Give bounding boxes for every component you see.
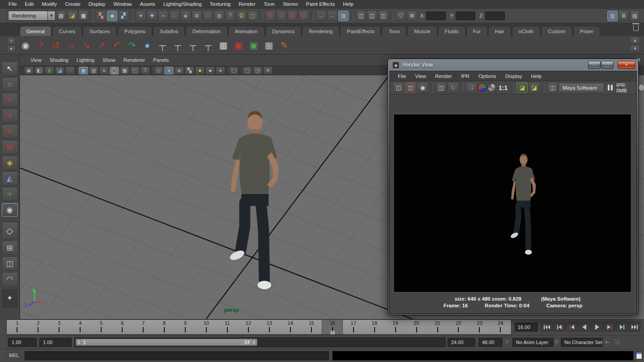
menu-item[interactable]: Assets bbox=[136, 0, 159, 9]
remove-image-icon[interactable]: ◪ bbox=[529, 82, 540, 93]
timeline-frame[interactable]: 5 bbox=[91, 320, 112, 334]
render-settings-icon[interactable]: ◫ bbox=[378, 11, 388, 21]
default-light-icon[interactable]: ● bbox=[195, 67, 205, 74]
redo-previous-render-icon[interactable]: ◫ bbox=[393, 82, 404, 93]
maximize-button[interactable]: □ bbox=[601, 61, 614, 69]
menu-item[interactable]: Stereo bbox=[279, 0, 302, 9]
select-component-icon[interactable]: ▞ bbox=[118, 11, 128, 21]
hypershade-window-icon[interactable]: ▦ bbox=[216, 38, 231, 53]
y-input[interactable] bbox=[456, 12, 475, 20]
lock-icon[interactable]: Ω bbox=[236, 11, 247, 21]
magnet-snap-planes-icon[interactable]: Ω bbox=[299, 11, 309, 21]
shelf-tab[interactable]: Fur bbox=[466, 26, 487, 36]
scale-tool-icon[interactable]: ⊞ bbox=[2, 140, 18, 154]
snap-particle-icon[interactable]: ∷ bbox=[203, 11, 213, 21]
playback-start-field[interactable]: 1.00 bbox=[39, 338, 72, 347]
mel-label[interactable]: MEL bbox=[9, 353, 19, 358]
tool-settings-toggle-icon[interactable]: ≣ bbox=[618, 11, 629, 21]
render-view-menu-item[interactable]: Options bbox=[474, 73, 501, 79]
save-scene-icon[interactable]: ▦ bbox=[78, 11, 89, 21]
animation-start-field[interactable]: 1.00 bbox=[8, 338, 37, 347]
paint-select-tool-icon[interactable]: ✎ bbox=[2, 93, 18, 107]
attribute-editor-toggle-icon[interactable]: ▤ bbox=[630, 11, 640, 21]
step-forward-frame-button[interactable] bbox=[616, 322, 628, 332]
z-input[interactable] bbox=[485, 12, 505, 20]
render-view-menu-item[interactable]: Help bbox=[527, 73, 546, 79]
render-help-icon[interactable]: ? bbox=[33, 38, 48, 53]
ipr-render-icon[interactable]: ◫ bbox=[367, 11, 377, 21]
menu-item[interactable]: Edit bbox=[21, 0, 38, 9]
time-slider-grip[interactable] bbox=[0, 319, 5, 335]
minimize-button[interactable]: – bbox=[588, 61, 601, 69]
anim-layer-field[interactable]: No Anim Layer bbox=[512, 338, 554, 347]
render-flipbook-icon[interactable]: ◉ bbox=[18, 38, 33, 53]
menu-item[interactable]: Render bbox=[235, 0, 260, 9]
render-view-menu-item[interactable]: View bbox=[411, 73, 431, 79]
current-time-field[interactable]: 16.00 bbox=[515, 323, 538, 332]
panel-menu-item[interactable]: Panels bbox=[149, 57, 173, 63]
snap-lattice-icon[interactable]: ⊞ bbox=[192, 11, 202, 21]
shelf-tab[interactable]: Toon bbox=[382, 26, 406, 36]
divider[interactable] bbox=[351, 11, 354, 20]
soft-modification-icon[interactable]: ◭ bbox=[2, 172, 18, 185]
shelf-tab[interactable]: PaintEffects bbox=[340, 26, 381, 36]
single-pane-layout-icon[interactable]: ◇ bbox=[2, 222, 18, 239]
new-scene-icon[interactable]: ▤ bbox=[56, 11, 66, 21]
graph-pane-layout-icon[interactable]: ◠ bbox=[2, 272, 18, 286]
last-tool-icon[interactable]: ◉ bbox=[2, 203, 18, 217]
menu-item[interactable]: Window bbox=[109, 0, 136, 9]
one-to-one-icon[interactable]: 1:1 bbox=[497, 82, 509, 93]
film-gate-icon[interactable]: ▥ bbox=[89, 67, 98, 74]
panel-menu-item[interactable]: Show bbox=[98, 57, 119, 63]
panel-menu-item[interactable]: Renderer bbox=[119, 57, 149, 63]
timeline-frame[interactable]: 15 bbox=[301, 320, 322, 334]
menu-item[interactable]: Lighting/Shading bbox=[159, 0, 206, 9]
render-view-title-bar[interactable]: ◈ Render View – □ × bbox=[388, 59, 638, 71]
shelf-tab[interactable]: Muscle bbox=[407, 26, 437, 36]
render-region-icon[interactable]: ◫ bbox=[405, 82, 416, 93]
snap-flyout-icon[interactable]: ▾ bbox=[136, 11, 146, 21]
pan-zoom-icon[interactable]: ✛ bbox=[65, 67, 75, 74]
snap-curve-icon[interactable]: ≈ bbox=[158, 11, 168, 21]
timeline-frame[interactable]: 2 bbox=[28, 320, 49, 334]
shading-group-node-icon[interactable]: ┬ bbox=[155, 38, 170, 53]
character-model[interactable] bbox=[211, 109, 296, 296]
shelf-scroll-up-icon[interactable]: ▲ bbox=[630, 37, 640, 44]
go-to-end-button[interactable] bbox=[628, 322, 640, 332]
shelf-tab[interactable]: Curves bbox=[52, 26, 82, 36]
step-forward-key-button[interactable] bbox=[603, 322, 615, 332]
open-render-settings-icon[interactable]: ◫ bbox=[547, 82, 558, 93]
animation-end-field[interactable]: 48.00 bbox=[478, 338, 503, 347]
auto-keyframe-icon[interactable]: ● bbox=[613, 338, 622, 346]
refresh-ipr-icon[interactable]: ↻ bbox=[448, 82, 459, 93]
magnet-snap-curves-icon[interactable]: Ω bbox=[276, 11, 286, 21]
shelf-menu-icon[interactable]: ▪ bbox=[7, 38, 16, 45]
shelf-tab[interactable]: Animation bbox=[228, 26, 264, 36]
timeline-frame[interactable]: 23 bbox=[469, 320, 490, 334]
paint-effects-brush-icon[interactable]: ✎ bbox=[277, 38, 292, 53]
set-key-icon[interactable]: ○- bbox=[605, 339, 609, 345]
divider[interactable] bbox=[91, 11, 94, 20]
character-set-flyout-icon[interactable]: ▽ bbox=[555, 340, 558, 344]
shelf-scroll-down-icon[interactable]: ▼ bbox=[630, 45, 640, 52]
render-current-frame-icon[interactable]: ◫ bbox=[356, 11, 366, 21]
open-scene-icon[interactable]: ◪ bbox=[67, 11, 77, 21]
shelf-tab[interactable]: Hair bbox=[488, 26, 511, 36]
timeline-frame[interactable]: 20 bbox=[406, 320, 427, 334]
redo-view-icon[interactable]: ↷ bbox=[124, 38, 140, 53]
close-button[interactable]: × bbox=[618, 61, 635, 69]
magnet-snap-points-icon[interactable]: Ω bbox=[287, 11, 298, 21]
divider[interactable] bbox=[151, 67, 153, 73]
divider[interactable] bbox=[512, 83, 514, 92]
menu-item[interactable]: File bbox=[4, 0, 21, 9]
transform-flyout-icon[interactable]: ▽ bbox=[396, 11, 406, 21]
divider[interactable] bbox=[391, 11, 393, 20]
light-node-icon[interactable]: ┬ bbox=[200, 38, 216, 53]
step-back-frame-button[interactable] bbox=[553, 322, 565, 332]
select-tool-icon[interactable]: ↖ bbox=[2, 62, 18, 76]
menu-item[interactable]: Paint Effects bbox=[302, 0, 339, 9]
shaded-display-icon[interactable]: ■ bbox=[164, 67, 174, 74]
timeline-frame[interactable]: 24 bbox=[490, 320, 511, 334]
timeline-frame[interactable]: 13 bbox=[259, 320, 280, 334]
wireframe-display-icon[interactable]: ◇ bbox=[154, 67, 163, 74]
